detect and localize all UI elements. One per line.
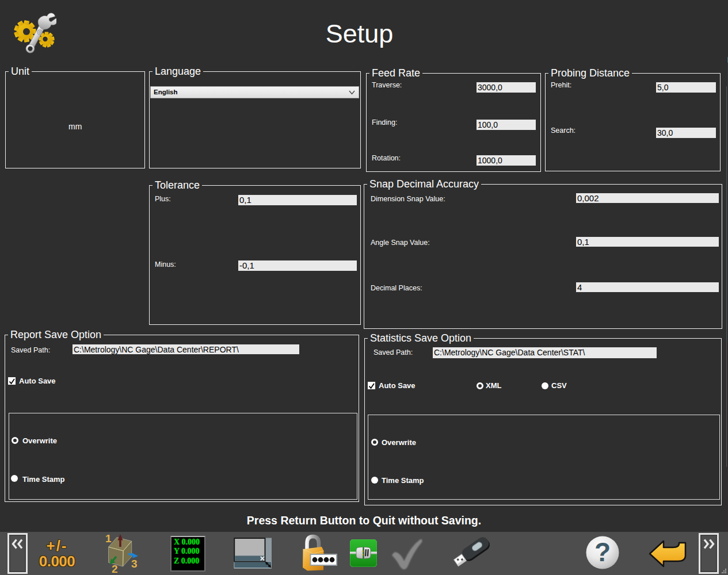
- svg-text:1: 1: [105, 532, 112, 545]
- svg-text:2: 2: [112, 563, 118, 575]
- svg-text:?: ?: [594, 537, 611, 567]
- svg-text:3: 3: [131, 558, 138, 570]
